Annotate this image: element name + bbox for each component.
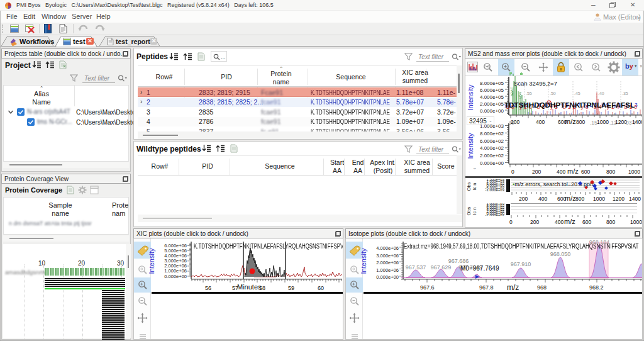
svg-text:.50: .50 bbox=[550, 91, 556, 96]
svg-text:.40: .40 bbox=[598, 91, 604, 96]
svg-text:.55: .55 bbox=[526, 91, 532, 96]
svg-text:.45: .45 bbox=[574, 91, 580, 96]
svg-text:yB4: yB4 bbox=[518, 92, 522, 99]
svg-text:b2AC: b2AC bbox=[510, 86, 514, 96]
svg-text:.35: .35 bbox=[622, 91, 628, 96]
